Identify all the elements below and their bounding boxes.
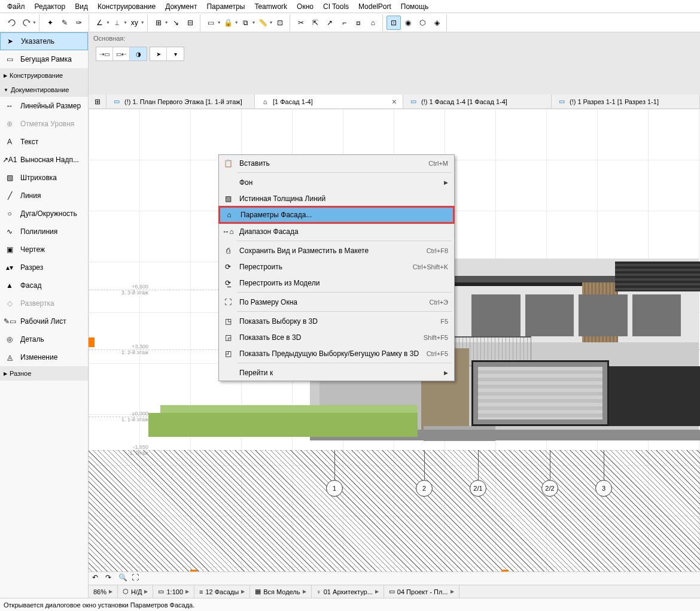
- menu-design[interactable]: Конструирование: [93, 1, 160, 12]
- nav-zoomfit-icon[interactable]: ⛶: [132, 573, 142, 584]
- menu-help[interactable]: Помощь: [396, 1, 433, 12]
- dd-icon[interactable]: ▼: [106, 20, 110, 25]
- home-icon[interactable]: ⌂: [366, 16, 380, 30]
- tool-elevation[interactable]: ▲Фасад: [0, 276, 88, 294]
- corner-icon[interactable]: ⌐: [337, 16, 351, 30]
- ctx-elevation-settings[interactable]: ⌂ Параметры Фасада...: [218, 206, 455, 224]
- cat-document[interactable]: ▼Документирование: [0, 83, 88, 97]
- project-segment[interactable]: ▭ 04 Проект - Пл...▶: [384, 585, 459, 598]
- ctx-rebuild-model[interactable]: ⟳̲ Перестроить из Модели: [219, 275, 454, 291]
- angle1-icon[interactable]: ∠: [93, 16, 107, 30]
- chevron-down-icon[interactable]: ▼: [32, 20, 36, 25]
- snap-toggle-icon[interactable]: ⊡: [386, 16, 401, 30]
- tab-plan[interactable]: ▭ (!) 1. План Первого Этажа [1. 1-й этаж…: [106, 95, 255, 108]
- trim-icon[interactable]: ⇱: [308, 16, 322, 30]
- angle2-icon[interactable]: ⟂: [110, 16, 124, 30]
- view2-icon[interactable]: ⬡: [415, 16, 430, 30]
- dd-icon[interactable]: ▼: [269, 20, 273, 25]
- ctx-show-all-3d[interactable]: ◲ Показать Все в 3D Shift+F5: [219, 329, 454, 345]
- magic-wand-icon[interactable]: ✦: [43, 16, 57, 30]
- tool-label[interactable]: ↗A1Выносная Надп...: [0, 151, 88, 169]
- menu-teamwork[interactable]: Teamwork: [249, 1, 292, 12]
- cut-icon[interactable]: ✂: [294, 16, 308, 30]
- tool-text[interactable]: AТекст: [0, 133, 88, 151]
- nav-fwd-icon[interactable]: ↷: [105, 573, 116, 584]
- perp-line-icon[interactable]: ↘: [169, 16, 183, 30]
- dd-icon[interactable]: ▼: [123, 20, 127, 25]
- model-segment[interactable]: ▦ Вся Модель▶: [250, 585, 311, 598]
- nav-zoom-icon[interactable]: 🔍: [118, 573, 129, 584]
- eyedropper-icon[interactable]: ✎: [57, 16, 72, 30]
- ctx-show-prev-3d[interactable]: ◰ Показать Предыдущую Выборку/Бегущую Ра…: [219, 345, 454, 361]
- grid-icon[interactable]: ⊞: [151, 16, 166, 30]
- view-icon[interactable]: ◉: [401, 16, 415, 30]
- menu-window[interactable]: Окно: [292, 1, 318, 12]
- tool-section[interactable]: ▴▾Разрез: [0, 259, 88, 276]
- qs-dd-icon[interactable]: ▾: [167, 47, 184, 60]
- tool-level[interactable]: ⊕Отметка Уровня: [0, 115, 88, 133]
- tool-dim[interactable]: ↔Линейный Размер: [0, 97, 88, 115]
- merge-icon[interactable]: ⧈: [351, 16, 366, 30]
- close-tab-icon[interactable]: ×: [392, 97, 397, 107]
- ctx-rebuild[interactable]: ⟳ Перестроить Ctrl+Shift+K: [219, 259, 454, 275]
- selmode1-icon[interactable]: ⇢▭: [96, 47, 113, 60]
- menu-document[interactable]: Документ: [160, 1, 202, 12]
- group-icon[interactable]: ⧉: [239, 16, 253, 30]
- tool-line[interactable]: ╱Линия: [0, 187, 88, 205]
- menu-view[interactable]: Вид: [70, 1, 93, 12]
- dd-icon[interactable]: ▼: [252, 20, 256, 25]
- zoom-segment[interactable]: 86%▶: [89, 585, 118, 598]
- undo-button[interactable]: [5, 16, 19, 30]
- nav-back-icon[interactable]: ↶: [92, 573, 103, 584]
- tool-change[interactable]: ◬Изменение: [0, 348, 88, 366]
- ctx-true-line[interactable]: ▨ Истинная Толщина Линий: [219, 190, 454, 206]
- syringe-icon[interactable]: ✑: [72, 16, 86, 30]
- ctx-save-view[interactable]: ⎙ Сохранить Вид и Разместить в Макете Ct…: [219, 242, 454, 259]
- menu-citools[interactable]: CI Tools: [318, 1, 354, 12]
- ctx-background[interactable]: Фон ▶: [219, 174, 454, 190]
- tool-worksheet[interactable]: ✎▭Рабочий Лист: [0, 312, 88, 330]
- ctx-fit-window[interactable]: ⛶ По Размеру Окна Ctrl+Э: [219, 294, 454, 310]
- menu-file[interactable]: Файл: [2, 1, 30, 12]
- tool-detail[interactable]: ◎Деталь: [0, 330, 88, 348]
- component-icon[interactable]: ⊡: [273, 16, 287, 30]
- ctx-elevation-range[interactable]: ↔⌂ Диапазон Фасада: [219, 223, 454, 239]
- view3-icon[interactable]: ◈: [430, 16, 444, 30]
- extend-icon[interactable]: ↗: [322, 16, 337, 30]
- ctx-goto[interactable]: Перейти к ▶: [219, 364, 454, 381]
- tab-section[interactable]: ▭ (!) 1 Разрез 1-1 [1 Разрез 1-1]: [552, 95, 700, 108]
- dd-icon[interactable]: ▼: [165, 20, 169, 25]
- scale-segment[interactable]: ▭ 1:100▶: [153, 585, 194, 598]
- xy-icon[interactable]: xy: [127, 16, 142, 30]
- combo-segment[interactable]: ♀ 01 Архитектур...▶: [312, 585, 384, 598]
- redo-button[interactable]: [19, 16, 34, 30]
- cat-construct[interactable]: ▶Конструирование: [0, 68, 88, 83]
- selmode3-icon[interactable]: ◑: [130, 47, 147, 60]
- ctx-show-selection-3d[interactable]: ◳ Показать Выборку в 3D F5: [219, 313, 454, 329]
- cat-misc[interactable]: ▶Разное: [0, 366, 88, 381]
- selmode2-icon[interactable]: ▭⇠: [113, 47, 130, 60]
- dd-icon[interactable]: ▼: [141, 20, 145, 25]
- orient-segment[interactable]: ⬡ Н/Д▶: [118, 585, 153, 598]
- tab-elevation-active[interactable]: ⌂ [1 Фасад 1-4] ×: [255, 95, 403, 108]
- menu-edit[interactable]: Редактор: [30, 1, 71, 12]
- tool-drawing[interactable]: ▣Чертеж: [0, 241, 88, 259]
- menu-modelport[interactable]: ModelPort: [354, 1, 396, 12]
- page-icon[interactable]: ▭: [204, 16, 218, 30]
- layercombo-segment[interactable]: ≡ 12 Фасады▶: [194, 585, 250, 598]
- layout-grid-icon[interactable]: ⊞: [89, 95, 106, 108]
- dd-icon[interactable]: ▼: [217, 20, 221, 25]
- tool-pointer[interactable]: ➤ Указатель: [0, 32, 88, 50]
- menu-options[interactable]: Параметры: [202, 1, 249, 12]
- dd-icon[interactable]: ▼: [235, 20, 239, 25]
- ctx-paste[interactable]: 📋 Вставить Ctrl+M: [219, 155, 454, 171]
- tool-arc[interactable]: ○Дуга/Окружность: [0, 205, 88, 223]
- tool-interior[interactable]: ◇Развертка: [0, 294, 88, 312]
- grid2-icon[interactable]: ⊟: [183, 16, 197, 30]
- tool-polyline[interactable]: ∿Полилиния: [0, 223, 88, 241]
- tab-elevation-2[interactable]: ▭ (!) 1 Фасад 1-4 [1 Фасад 1-4]: [403, 95, 552, 108]
- tool-hatch[interactable]: ▨Штриховка: [0, 169, 88, 187]
- lock-icon[interactable]: 🔒: [221, 16, 236, 30]
- ruler-icon[interactable]: 📏: [256, 16, 270, 30]
- tool-marquee[interactable]: ▭ Бегущая Рамка: [0, 50, 88, 68]
